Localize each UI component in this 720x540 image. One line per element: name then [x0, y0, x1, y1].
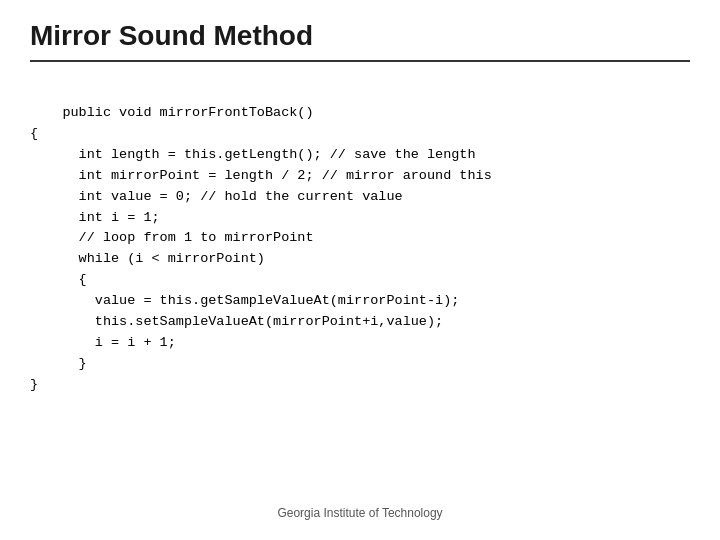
code-line-4: int mirrorPoint = length / 2; // mirror …: [30, 168, 492, 183]
code-line-14: }: [30, 377, 38, 392]
code-line-2: {: [30, 126, 38, 141]
code-line-5: int value = 0; // hold the current value: [30, 189, 403, 204]
code-line-13: }: [30, 356, 87, 371]
code-line-9: {: [30, 272, 87, 287]
page-container: Mirror Sound Method public void mirrorFr…: [0, 0, 720, 540]
footer: Georgia Institute of Technology: [30, 496, 690, 520]
code-block: public void mirrorFrontToBack() { int le…: [30, 82, 690, 496]
code-line-12: i = i + 1;: [30, 335, 176, 350]
code-line-1: public void mirrorFrontToBack(): [62, 105, 313, 120]
code-line-3: int length = this.getLength(); // save t…: [30, 147, 476, 162]
code-line-7: // loop from 1 to mirrorPoint: [30, 230, 314, 245]
code-line-8: while (i < mirrorPoint): [30, 251, 265, 266]
code-line-6: int i = 1;: [30, 210, 160, 225]
code-line-10: value = this.getSampleValueAt(mirrorPoin…: [30, 293, 459, 308]
footer-text: Georgia Institute of Technology: [277, 506, 442, 520]
page-title: Mirror Sound Method: [30, 20, 690, 52]
code-line-11: this.setSampleValueAt(mirrorPoint+i,valu…: [30, 314, 443, 329]
title-section: Mirror Sound Method: [30, 20, 690, 62]
